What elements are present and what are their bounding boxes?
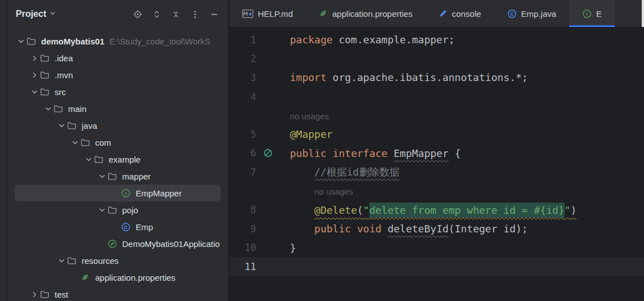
chevron-expanded-icon[interactable]	[83, 154, 94, 165]
gutter[interactable]: 6	[229, 144, 289, 163]
code-line-2[interactable]: 2	[229, 50, 644, 69]
chevron-spacer	[110, 222, 121, 232]
tree-item-src[interactable]: src	[15, 83, 221, 100]
inlay-line[interactable]: no usages	[229, 106, 644, 125]
code-line-8[interactable]: 8 @Delete("delete from emp where id = #{…	[229, 200, 644, 219]
tab-emp-java[interactable]: CEmp.java	[494, 0, 570, 27]
chevron-collapsed-icon[interactable]	[29, 289, 40, 300]
console-icon	[439, 9, 448, 18]
gutter[interactable]: 8	[229, 200, 289, 219]
code-editor[interactable]: 1package com.example.mapper;23import org…	[229, 28, 644, 301]
code-line-9[interactable]: 9 public void deleteById(Integer id);	[229, 219, 644, 239]
code-token: @Delete	[314, 204, 357, 216]
code-token: deleteById	[387, 223, 448, 235]
code-token: package	[290, 34, 333, 46]
tool-window-stripe	[0, 0, 7, 301]
chevron-expanded-icon[interactable]	[56, 120, 67, 131]
gutter[interactable]: 2	[229, 50, 289, 69]
gutter[interactable]	[229, 182, 289, 201]
gutter[interactable]	[229, 106, 289, 125]
chevron-expanded-icon[interactable]	[97, 205, 108, 215]
tree-item-resources[interactable]: resources	[15, 252, 221, 269]
gutter[interactable]: 3	[229, 68, 289, 87]
chevron-expanded-icon[interactable]	[70, 137, 80, 148]
code-line-10[interactable]: 10}	[229, 239, 644, 258]
code-line-5[interactable]: 5@Mapper	[229, 125, 644, 144]
tree-item-label: .mvn	[55, 70, 73, 80]
tree-item--mvn[interactable]: .mvn	[15, 66, 221, 83]
mybatis-statement-icon[interactable]	[256, 148, 289, 158]
tree-item-demomybatis01applicatio[interactable]: DemoMybatis01Applicatio	[15, 235, 221, 252]
tab-application-properties[interactable]: application.properties	[306, 0, 426, 27]
gutter[interactable]: 11	[229, 257, 289, 276]
tree-item-main[interactable]: main	[15, 100, 221, 117]
hide-button[interactable]	[207, 7, 222, 22]
tab-console[interactable]: console	[426, 0, 494, 27]
project-path: E:\Study_code_tool\WorkS	[110, 37, 211, 46]
collapse-all-button[interactable]	[168, 7, 184, 22]
code-token: "	[363, 204, 369, 216]
tree-item-demomybatis01[interactable]: demoMybatis01E:\Study_code_tool\WorkS	[15, 33, 221, 50]
tab-label: console	[452, 9, 481, 19]
tree-item-application-properties[interactable]: application.properties	[15, 269, 221, 286]
tree-item-label: java	[82, 121, 97, 131]
code-line-content: package com.example.mapper;	[290, 34, 455, 46]
tree-item-label: application.properties	[95, 273, 176, 282]
chevron-collapsed-icon[interactable]	[29, 53, 40, 64]
gutter[interactable]: 9	[229, 219, 289, 239]
chevron-expanded-icon[interactable]	[29, 87, 40, 97]
tree-item-com[interactable]: com	[15, 134, 221, 151]
svg-text:C: C	[124, 224, 128, 230]
chevron-expanded-icon[interactable]	[97, 171, 108, 182]
more-button[interactable]	[187, 7, 203, 22]
code-token: }	[290, 242, 296, 254]
gutter[interactable]: 4	[229, 87, 289, 106]
chevron-collapsed-icon[interactable]	[29, 70, 40, 80]
code-line-1[interactable]: 1package com.example.mapper;	[229, 30, 644, 50]
tab-e[interactable]: IE	[569, 0, 615, 27]
svg-text:I: I	[586, 11, 588, 16]
code-line-6[interactable]: 6public interface EmpMapper {	[229, 144, 644, 163]
code-line-content: no usages	[290, 110, 329, 122]
folder-icon	[40, 290, 53, 299]
tabbar-edge-highlight	[642, 0, 644, 28]
code-token	[382, 223, 388, 235]
tab-label: E	[596, 9, 602, 19]
chevron-expanded-icon[interactable]	[56, 255, 67, 266]
chevron-expanded-icon[interactable]	[16, 36, 26, 47]
tree-item-empmapper[interactable]: IEmpMapper	[15, 185, 221, 201]
tree-item-java[interactable]: java	[15, 117, 221, 134]
code-token	[290, 166, 314, 178]
tree-item-label: Emp	[136, 222, 153, 232]
chevron-expanded-icon[interactable]	[43, 104, 53, 114]
line-number: 8	[229, 204, 256, 215]
code-token: //根据id删除数据	[314, 166, 399, 178]
gutter[interactable]: 1	[229, 30, 289, 50]
project-view-selector[interactable]: Project	[16, 9, 57, 20]
tree-item--idea[interactable]: .idea	[15, 50, 221, 66]
code-line-7[interactable]: 7 //根据id删除数据	[229, 163, 644, 182]
tree-item-mapper[interactable]: mapper	[15, 168, 221, 185]
chevron-spacer	[70, 272, 80, 283]
expand-all-button[interactable]	[149, 7, 164, 22]
tree-item-label: com	[95, 138, 111, 147]
code-line-3[interactable]: 3import org.apache.ibatis.annotations.*;	[229, 68, 644, 87]
code-line-11[interactable]: 11	[229, 257, 644, 276]
gutter[interactable]: 10	[229, 239, 289, 258]
line-number: 2	[229, 53, 256, 64]
tree-item-pojo[interactable]: pojo	[15, 201, 221, 218]
gutter[interactable]: 5	[229, 125, 289, 144]
code-line-4[interactable]: 4	[229, 87, 644, 106]
line-number: 4	[229, 91, 256, 102]
gutter[interactable]: 7	[229, 163, 289, 182]
locate-button[interactable]	[130, 7, 145, 22]
tab-help-md[interactable]: HELP.md	[229, 0, 306, 27]
code-token: {	[449, 147, 461, 159]
inlay-line[interactable]: no usages	[229, 182, 644, 201]
tree-item-emp[interactable]: CEmp	[15, 218, 221, 235]
tree-item-test[interactable]: test	[15, 286, 221, 301]
project-panel: Project demoMybatis01E:\Study_code_tool\…	[7, 0, 229, 301]
tree-item-example[interactable]: example	[15, 151, 221, 168]
spring-leaf-icon	[319, 9, 328, 18]
interface-icon: I	[582, 9, 592, 19]
